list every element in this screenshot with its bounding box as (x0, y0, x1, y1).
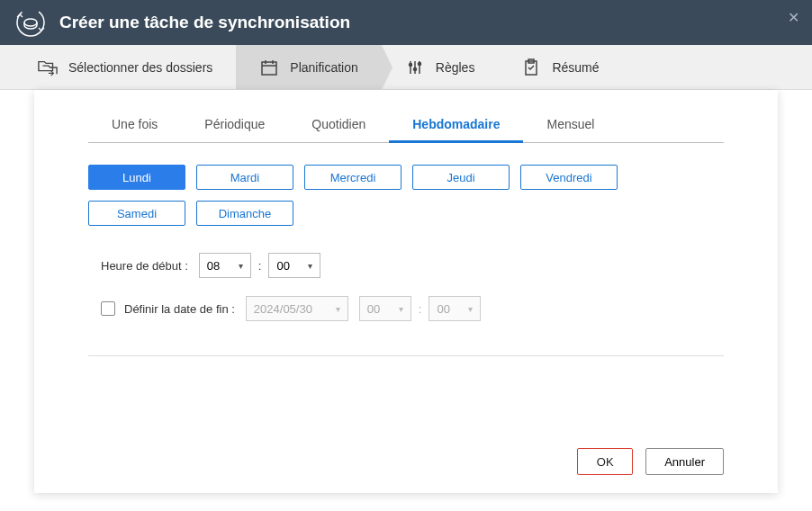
titlebar: Créer une tâche de synchronisation ✕ (0, 0, 812, 45)
end-date-row: Définir la date de fin : 2024/05/30 ▾ 00… (101, 296, 724, 321)
sliders-icon (405, 58, 425, 77)
day-wednesday[interactable]: Mercredi (304, 165, 401, 190)
tab-once[interactable]: Une fois (88, 108, 181, 142)
step-rules[interactable]: Règles (382, 45, 499, 89)
stepper: Sélectionner des dossiers Planification … (0, 45, 812, 90)
ok-button[interactable]: OK (577, 448, 633, 475)
chevron-down-icon: ▾ (399, 304, 403, 314)
svg-point-11 (413, 67, 416, 70)
day-friday[interactable]: Vendredi (520, 165, 618, 190)
chevron-down-icon: ▾ (239, 261, 243, 271)
tab-weekly[interactable]: Hebdomadaire (389, 108, 523, 143)
chevron-down-icon: ▾ (308, 261, 312, 271)
day-thursday[interactable]: Jeudi (412, 165, 510, 190)
svg-point-9 (409, 63, 411, 66)
step-label: Règles (436, 60, 475, 75)
folders-icon (38, 58, 58, 77)
start-hour-select[interactable]: 08 ▾ (199, 253, 251, 278)
svg-point-0 (17, 9, 44, 36)
svg-point-13 (418, 62, 420, 65)
tab-periodic[interactable]: Périodique (181, 108, 288, 142)
day-tuesday[interactable]: Mardi (196, 165, 293, 190)
chevron-down-icon: ▾ (468, 304, 473, 314)
step-schedule[interactable]: Planification (236, 45, 382, 89)
step-label: Résumé (552, 60, 599, 75)
titlebar-title: Créer une tâche de synchronisation (59, 13, 350, 32)
day-sunday[interactable]: Dimanche (196, 201, 293, 226)
schedule-dialog: Une fois Périodique Quotidien Hebdomadai… (34, 90, 778, 493)
step-summary[interactable]: Résumé (498, 45, 622, 89)
cancel-button[interactable]: Annuler (645, 448, 724, 475)
end-hour-select: 00 ▾ (359, 296, 411, 321)
calendar-icon (259, 58, 279, 77)
end-date-checkbox[interactable] (101, 301, 115, 316)
step-label: Planification (290, 60, 358, 75)
start-time-label: Heure de début : (101, 259, 188, 273)
close-icon[interactable]: ✕ (788, 9, 799, 26)
day-saturday[interactable]: Samedi (88, 201, 185, 226)
end-date-select: 2024/05/30 ▾ (246, 296, 348, 321)
start-time-row: Heure de début : 08 ▾ : 00 ▾ (101, 253, 724, 278)
sync-icon (14, 6, 47, 39)
svg-point-1 (24, 19, 37, 26)
chevron-down-icon: ▾ (336, 304, 340, 314)
end-date-label: Définir la date de fin : (124, 302, 235, 316)
frequency-tabs: Une fois Périodique Quotidien Hebdomadai… (88, 108, 724, 143)
step-folders[interactable]: Sélectionner des dossiers (14, 45, 236, 89)
end-min-select: 00 ▾ (429, 296, 481, 321)
day-picker: Lundi Mardi Mercredi Jeudi Vendredi Same… (88, 165, 724, 226)
divider (88, 355, 724, 356)
svg-rect-4 (262, 62, 276, 75)
clipboard-icon (521, 58, 541, 77)
day-monday[interactable]: Lundi (88, 165, 185, 190)
step-label: Sélectionner des dossiers (68, 60, 212, 75)
tab-daily[interactable]: Quotidien (288, 108, 389, 142)
start-min-select[interactable]: 00 ▾ (268, 253, 320, 278)
dialog-footer: OK Annuler (88, 432, 724, 475)
tab-monthly[interactable]: Mensuel (523, 108, 618, 142)
